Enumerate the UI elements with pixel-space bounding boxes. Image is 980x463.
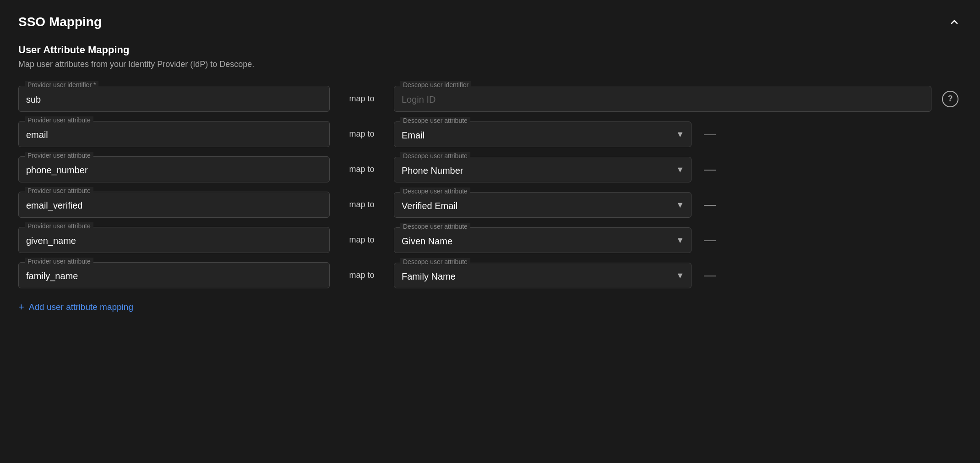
descope-identifier-input[interactable] <box>394 86 931 112</box>
provider-input-4[interactable] <box>18 262 330 288</box>
provider-label-0: Provider user attribute <box>25 116 93 124</box>
remove-button-0[interactable]: — <box>701 127 719 141</box>
provider-identifier-wrapper: Provider user identifier * <box>18 86 330 112</box>
descope-select-4[interactable]: EmailPhone NumberVerified EmailGiven Nam… <box>394 263 691 288</box>
descope-wrapper-4: Descope user attributeEmailPhone NumberV… <box>394 263 691 288</box>
descope-wrapper-3: Descope user attributeEmailPhone NumberV… <box>394 227 691 253</box>
page-title: SSO Mapping <box>18 15 102 29</box>
descope-wrapper-2: Descope user attributeEmailPhone NumberV… <box>394 192 691 218</box>
provider-wrapper-1: Provider user attribute <box>18 156 330 182</box>
collapse-button[interactable] <box>947 15 962 29</box>
provider-identifier-input[interactable] <box>18 86 330 112</box>
provider-input-2[interactable] <box>18 192 330 218</box>
provider-wrapper-3: Provider user attribute <box>18 227 330 253</box>
attribute-row-4: Provider user attributemap toDescope use… <box>18 262 962 288</box>
plus-icon: + <box>18 301 24 313</box>
descope-label-0: Descope user attribute <box>400 117 470 124</box>
remove-button-3[interactable]: — <box>701 233 719 247</box>
provider-wrapper-2: Provider user attribute <box>18 192 330 218</box>
provider-label-4: Provider user attribute <box>25 258 93 265</box>
help-button[interactable]: ? <box>939 91 962 107</box>
provider-wrapper-0: Provider user attribute <box>18 121 330 147</box>
remove-button-4[interactable]: — <box>701 268 719 282</box>
provider-label-2: Provider user attribute <box>25 187 93 194</box>
map-to-label-identifier: map to <box>330 94 394 104</box>
map-to-4: map to <box>330 270 394 280</box>
descope-select-0[interactable]: EmailPhone NumberVerified EmailGiven Nam… <box>394 121 691 147</box>
descope-identifier-label: Descope user identifier <box>400 81 471 88</box>
provider-label-3: Provider user attribute <box>25 222 93 230</box>
descope-label-3: Descope user attribute <box>400 223 470 230</box>
section-description: Map user attributes from your Identity P… <box>18 60 962 69</box>
map-to-0: map to <box>330 129 394 139</box>
help-circle-icon: ? <box>942 91 958 107</box>
descope-identifier-wrapper: Descope user identifier <box>394 86 931 112</box>
attribute-row-0: Provider user attributemap toDescope use… <box>18 121 962 147</box>
map-to-2: map to <box>330 200 394 209</box>
descope-label-2: Descope user attribute <box>400 187 470 195</box>
provider-input-1[interactable] <box>18 156 330 182</box>
map-to-1: map to <box>330 165 394 174</box>
section-title: User Attribute Mapping <box>18 44 962 56</box>
header: SSO Mapping <box>18 15 962 29</box>
descope-select-3[interactable]: EmailPhone NumberVerified EmailGiven Nam… <box>394 227 691 253</box>
add-mapping-button[interactable]: + Add user attribute mapping <box>18 301 133 313</box>
attribute-row-3: Provider user attributemap toDescope use… <box>18 227 962 253</box>
attribute-row-2: Provider user attributemap toDescope use… <box>18 192 962 218</box>
section-header: User Attribute Mapping Map user attribut… <box>18 44 962 69</box>
attribute-rows-container: Provider user attributemap toDescope use… <box>18 121 962 288</box>
add-mapping-label: Add user attribute mapping <box>29 302 133 312</box>
descope-wrapper-0: Descope user attributeEmailPhone NumberV… <box>394 121 691 147</box>
provider-input-0[interactable] <box>18 121 330 147</box>
descope-wrapper-1: Descope user attributeEmailPhone NumberV… <box>394 157 691 182</box>
remove-button-1[interactable]: — <box>701 162 719 176</box>
provider-wrapper-4: Provider user attribute <box>18 262 330 288</box>
provider-identifier-label: Provider user identifier * <box>25 81 98 88</box>
provider-input-3[interactable] <box>18 227 330 253</box>
remove-button-2[interactable]: — <box>701 198 719 212</box>
map-to-3: map to <box>330 235 394 245</box>
descope-select-2[interactable]: EmailPhone NumberVerified EmailGiven Nam… <box>394 192 691 218</box>
identifier-row: Provider user identifier * map to Descop… <box>18 86 962 112</box>
provider-label-1: Provider user attribute <box>25 152 93 159</box>
attribute-row-1: Provider user attributemap toDescope use… <box>18 156 962 182</box>
descope-select-1[interactable]: EmailPhone NumberVerified EmailGiven Nam… <box>394 157 691 182</box>
descope-label-4: Descope user attribute <box>400 258 470 265</box>
descope-label-1: Descope user attribute <box>400 152 470 160</box>
